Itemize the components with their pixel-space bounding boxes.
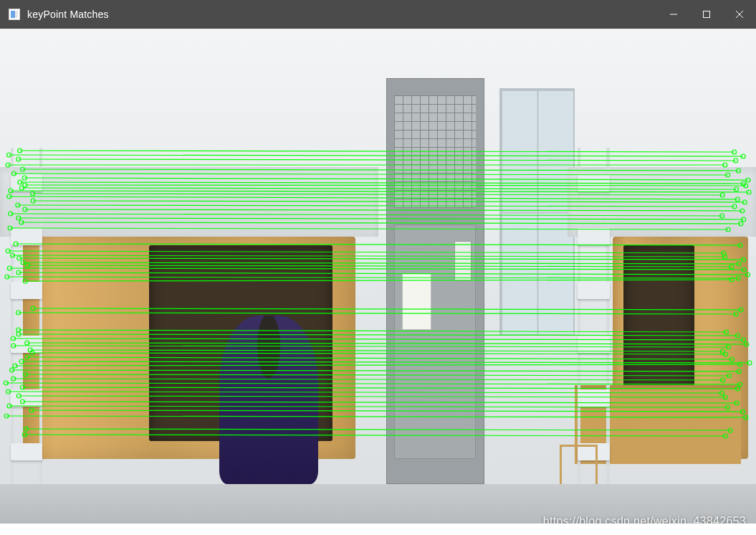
minimize-icon [669, 10, 678, 19]
right-image [378, 29, 756, 524]
image-viewport: https://blog.csdn.net/weixin_43842653 [0, 29, 756, 535]
stitched-image [0, 29, 756, 524]
app-window: keyPoint Matches [0, 0, 756, 535]
minimize-button[interactable] [657, 0, 690, 29]
maximize-icon [702, 10, 711, 19]
close-icon [735, 10, 744, 19]
window-title: keyPoint Matches [27, 9, 109, 20]
person-seated [219, 316, 317, 484]
app-icon [9, 9, 20, 20]
title-bar[interactable]: keyPoint Matches [0, 0, 756, 29]
door [386, 78, 484, 484]
left-image [0, 29, 378, 524]
close-button[interactable] [723, 0, 756, 29]
maximize-button[interactable] [690, 0, 723, 29]
ladder-right [575, 148, 613, 484]
ladder-left [8, 148, 46, 484]
window-pane [499, 88, 575, 336]
svg-rect-1 [704, 11, 710, 18]
bottom-border [0, 524, 756, 535]
